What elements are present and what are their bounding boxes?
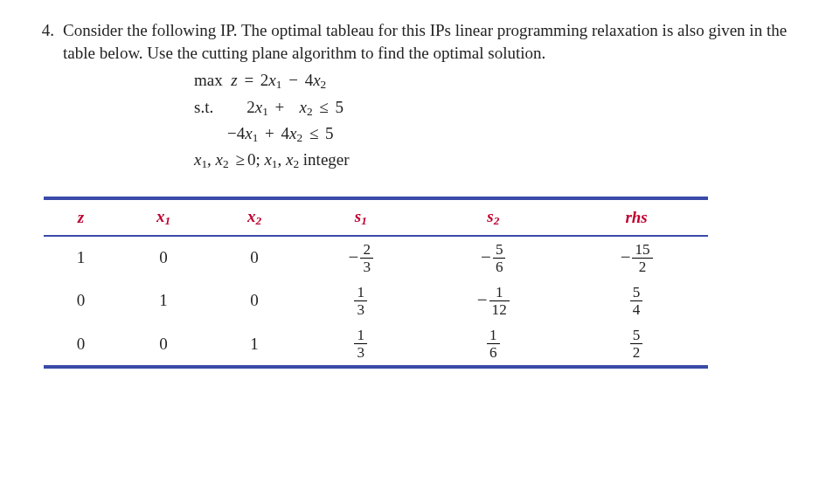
tableau-table: z x1 x2 s1 s2 rhs 100−23−56−15201013−112… — [44, 197, 708, 369]
cell-rhs: 52 — [565, 322, 708, 367]
optimal-tableau: z x1 x2 s1 s2 rhs 100−23−56−15201013−112… — [44, 197, 775, 369]
cell-x2: 0 — [209, 236, 300, 280]
cell-x1: 0 — [118, 322, 209, 367]
obj-var: z — [226, 71, 237, 89]
domain: x1, x2 ≥0; x1, x2 integer — [194, 148, 793, 172]
cell-s1: 13 — [300, 280, 421, 322]
constraint-2: −4x1 + 4x2 ≤ 5 — [194, 122, 793, 146]
st-label: s.t. — [194, 98, 213, 116]
cell-z: 0 — [44, 280, 118, 322]
problem-stem: Consider the following IP. The optimal t… — [63, 19, 793, 188]
cell-s1: −23 — [300, 236, 421, 280]
table-header-row: z x1 x2 s1 s2 rhs — [44, 198, 708, 235]
cell-rhs: −152 — [565, 236, 708, 280]
tableau-body: 100−23−56−15201013−11254001131652 — [44, 236, 708, 368]
problem-block: 4. Consider the following IP. The optima… — [26, 19, 793, 188]
col-z: z — [44, 198, 118, 235]
c1-plus: + — [273, 98, 288, 116]
equals: = — [241, 71, 256, 89]
c1-rhs: 5 — [336, 98, 344, 116]
c1-le: ≤ — [316, 98, 330, 116]
term-4x2: 4x2 — [305, 71, 327, 89]
minus: − — [286, 71, 301, 89]
max-label: max — [194, 71, 223, 89]
c1-t1: 2x1 — [246, 98, 268, 116]
col-x1: x1 — [118, 198, 209, 235]
col-rhs: rhs — [565, 198, 708, 235]
cell-x2: 1 — [209, 322, 300, 367]
objective: max z = 2x1 − 4x2 — [194, 69, 793, 93]
cell-rhs: 54 — [565, 280, 708, 322]
cell-s2: 16 — [421, 322, 565, 367]
c2-plus: + — [262, 124, 277, 142]
col-s1: s1 — [300, 198, 421, 235]
cell-z: 0 — [44, 322, 118, 367]
term-2x1: 2x1 — [260, 71, 282, 89]
cell-z: 1 — [44, 236, 118, 280]
c2-le: ≤ — [307, 124, 321, 142]
constraint-1: s.t. 2x1 + x2 ≤ 5 — [194, 96, 793, 120]
col-s2: s2 — [421, 198, 565, 235]
cell-s2: −112 — [421, 280, 565, 322]
table-row: 100−23−56−152 — [44, 236, 708, 280]
cell-x2: 0 — [209, 280, 300, 322]
c2-rhs: 5 — [325, 124, 334, 142]
cell-s2: −56 — [421, 236, 565, 280]
problem-number: 4. — [26, 19, 63, 42]
cell-x1: 1 — [118, 280, 209, 322]
cell-x1: 0 — [118, 236, 209, 280]
c2-t1: −4x1 — [227, 124, 258, 142]
col-x2: x2 — [209, 198, 300, 235]
problem-text: Consider the following IP. The optimal t… — [63, 21, 787, 62]
table-row: 01013−11254 — [44, 280, 708, 322]
c1-t2: x2 — [300, 98, 313, 116]
c2-t2: 4x2 — [281, 124, 303, 142]
lp-formulation: max z = 2x1 − 4x2 s.t. 2x1 + x2 ≤ 5 −4x1 — [194, 69, 793, 172]
cell-s1: 13 — [300, 322, 421, 367]
table-row: 001131652 — [44, 322, 708, 367]
